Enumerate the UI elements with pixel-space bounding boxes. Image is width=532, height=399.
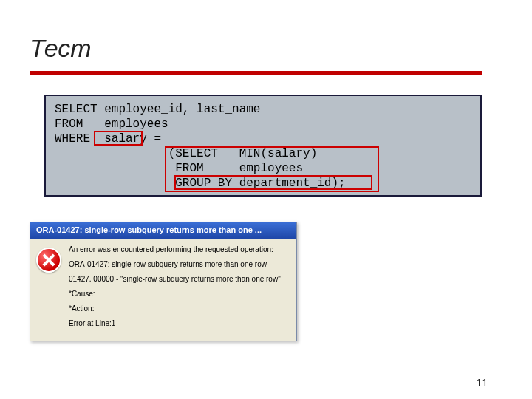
error-line-code: 01427. 00000 - "single-row subquery retu… [69, 274, 289, 284]
page-number: 11 [476, 377, 488, 389]
error-icon [36, 248, 61, 273]
error-line-cause: *Cause: [69, 289, 289, 299]
error-dialog-body: An error was encountered performing the … [30, 239, 296, 341]
error-dialog: ORA-01427: single-row subquery returns m… [30, 222, 297, 341]
error-dialog-text: An error was encountered performing the … [69, 245, 289, 333]
slide-title: Тест [30, 34, 92, 63]
error-line-at: Error at Line:1 [69, 318, 289, 329]
sql-line-1: SELECT employee_id, last_name [55, 103, 260, 116]
sql-line-6: GROUP BY department_id); [55, 177, 346, 190]
sql-line-2: FROM employees [55, 117, 168, 131]
error-line-action: *Action: [69, 304, 289, 314]
error-line-intro: An error was encountered performing the … [69, 245, 289, 255]
sql-line-4: (SELECT MIN(salary) [55, 147, 317, 160]
error-line-ora: ORA-01427: single-row subquery returns m… [69, 259, 289, 270]
sql-line-3: WHERE salary = [55, 132, 161, 146]
error-dialog-titlebar: ORA-01427: single-row subquery returns m… [30, 222, 296, 239]
footer-divider [30, 369, 482, 369]
title-underline [30, 71, 482, 75]
sql-line-5: FROM employees [55, 162, 303, 175]
sql-code-block: SELECT employee_id, last_name FROM emplo… [44, 95, 482, 197]
